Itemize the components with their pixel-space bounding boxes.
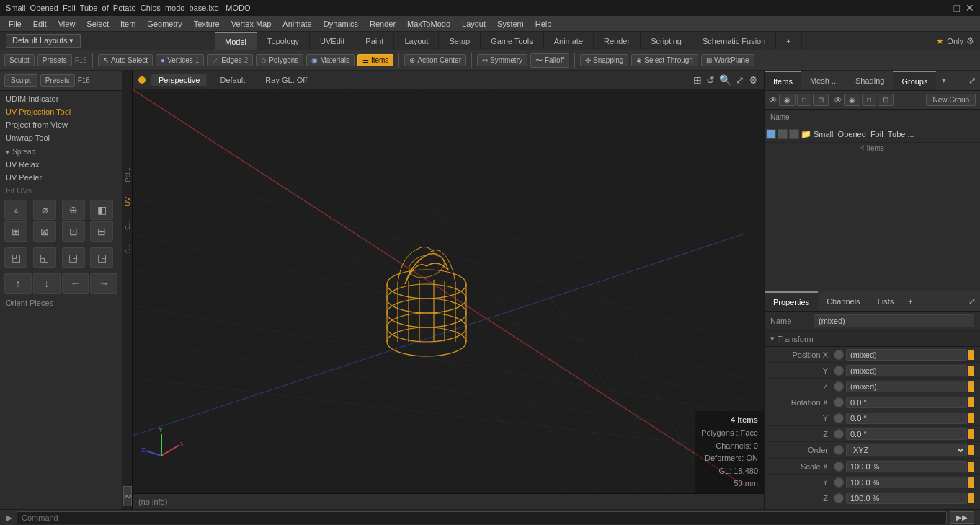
viewport-settings-icon[interactable]: ⚙ [749,74,758,86]
menu-texture[interactable]: Texture [188,18,226,30]
tool-icon-6[interactable]: ⊠ [33,221,56,242]
viewport-layout-icon[interactable]: ⊞ [693,74,702,86]
item-vis-1[interactable] [766,129,776,139]
tab-paint[interactable]: Paint [355,32,394,50]
tool-icon-3[interactable]: ⊕ [62,200,85,220]
select-through-button[interactable]: ◈ Select Through [631,54,698,66]
vp-tab-perspective[interactable]: Perspective [151,74,207,86]
arrow-down-btn[interactable]: ↓ [33,273,61,294]
menu-view[interactable]: View [53,18,81,30]
scale-x-input[interactable] [846,461,967,472]
command-run-button[interactable]: ▶▶ [950,511,974,524]
auto-select-button[interactable]: ↖ Auto Select [98,54,153,66]
tab-add[interactable]: + [776,32,801,50]
vertices-button[interactable]: ● Vertices 1 [156,54,204,66]
prop-expand-icon[interactable]: ⤢ [968,296,976,306]
uv-peeler-row[interactable]: UV Peeler [0,171,122,184]
tool-icon-12[interactable]: ◳ [90,247,113,268]
tab-render[interactable]: Render [594,32,641,50]
symmetry-button[interactable]: ⇔ Symmetry [477,54,527,66]
falloff-button[interactable]: 〜 Falloff [530,53,569,68]
prop-tab-add[interactable]: + [902,291,918,311]
materials-button[interactable]: ◉ Materials [306,54,355,66]
new-group-button[interactable]: New Group [926,94,976,106]
tool-icon-11[interactable]: ◲ [62,247,85,268]
right-tab-add[interactable]: ▾ [936,71,952,90]
sculpt-left-btn[interactable]: Sculpt [4,74,37,87]
strip-label-f[interactable]: F... [124,244,131,253]
tab-schematic-fusion[interactable]: Schematic Fusion [692,32,776,50]
viewport[interactable]: Perspective Default Ray GL: Off ⊞ ↺ 🔍 ⤢ … [133,71,764,509]
tool-icon-2[interactable]: ⌀ [33,200,56,220]
menu-dynamics[interactable]: Dynamics [318,18,364,30]
menu-system[interactable]: System [491,18,530,30]
tab-topology[interactable]: Topology [257,32,310,50]
snapping-button[interactable]: ✛ Snapping [580,54,628,66]
arrow-left-btn[interactable]: ← [62,273,89,294]
vp-tab-ray-gl[interactable]: Ray GL: Off [258,74,314,86]
prop-tab-lists[interactable]: Lists [869,291,903,311]
rotation-x-input[interactable] [846,397,967,408]
expand-right-icon[interactable]: ⤢ [965,75,980,86]
action-center-button[interactable]: ⊕ Action Center [404,54,466,66]
menu-maxtomodo[interactable]: MaxToModo [401,18,456,30]
order-select[interactable]: XYZ [846,444,967,456]
scale-y-input[interactable] [846,477,967,488]
order-circle[interactable] [834,445,844,455]
command-input[interactable] [17,511,947,524]
tab-animate[interactable]: Animate [544,32,594,50]
tab-model[interactable]: Model [215,32,257,50]
items-button[interactable]: ☰ Items [357,54,393,66]
viewport-canvas[interactable]: X Y Z 4 Items Polygons : Face Channels: … [133,89,764,493]
close-btn[interactable]: ✕ [966,2,974,14]
maximize-btn[interactable]: □ [954,2,960,14]
position-y-input[interactable] [846,365,967,376]
item-row-top[interactable]: 📁 Small_Opened_Foil_Tube ... [765,125,980,143]
spread-section-header[interactable]: ▾ Spread [0,146,122,158]
strip-label-uv[interactable]: UV [124,197,131,206]
strip-label-c[interactable]: C... [124,220,131,230]
udim-indicator-row[interactable]: UDIM Indicator [0,92,122,105]
presets-button[interactable]: Presets [37,54,72,66]
items-vis-btn1[interactable]: ◉ [779,94,796,106]
tool-icon-1[interactable]: ⟁ [4,200,27,220]
prop-tab-properties[interactable]: Properties [765,291,818,311]
menu-file[interactable]: File [3,18,27,30]
layout-selector[interactable]: Default Layouts ▾ [6,34,81,48]
scale-y-circle[interactable] [834,477,844,488]
items-vis-btn2[interactable]: □ [797,94,811,106]
unwrap-tool-row[interactable]: Unwrap Tool [0,131,122,144]
tab-game-tools[interactable]: Game Tools [481,32,544,50]
uv-projection-tool-row[interactable]: UV Projection Tool [0,105,122,118]
pos-y-circle[interactable] [834,366,844,376]
prop-name-input[interactable] [814,314,974,327]
transform-section[interactable]: ▾ Transform [765,331,980,347]
scale-x-circle[interactable] [834,462,844,472]
position-z-input[interactable] [846,381,967,392]
sculpt-button[interactable]: Sculpt [4,54,35,66]
pos-x-circle[interactable] [834,350,844,360]
rotation-z-input[interactable] [846,428,967,440]
polygons-button[interactable]: ◇ Polygons [256,54,303,66]
items-vis-btn5[interactable]: □ [862,94,876,106]
menu-item[interactable]: Item [115,18,141,30]
arrow-up-btn[interactable]: ↑ [4,273,32,294]
eye-icon[interactable]: 👁 [769,95,778,105]
arrow-right-btn[interactable]: → [90,273,117,294]
items-vis-btn6[interactable]: ⊡ [878,94,894,106]
rot-y-circle[interactable] [834,413,844,423]
viewport-refresh-icon[interactable]: ↺ [706,74,715,86]
menu-render[interactable]: Render [364,18,401,30]
uv-relax-row[interactable]: UV Relax [0,158,122,171]
pos-z-circle[interactable] [834,381,844,392]
rot-z-circle[interactable] [834,429,844,439]
tool-icon-7[interactable]: ⊡ [62,221,85,242]
presets-left-btn[interactable]: Presets [40,74,75,87]
minimize-btn[interactable]: — [938,2,948,14]
right-tab-items[interactable]: Items [765,71,801,90]
position-x-input[interactable] [846,349,967,361]
tab-setup[interactable]: Setup [439,32,481,50]
scale-z-circle[interactable] [834,493,844,503]
menu-help[interactable]: Help [530,18,558,30]
item-vis-2[interactable] [778,129,788,139]
